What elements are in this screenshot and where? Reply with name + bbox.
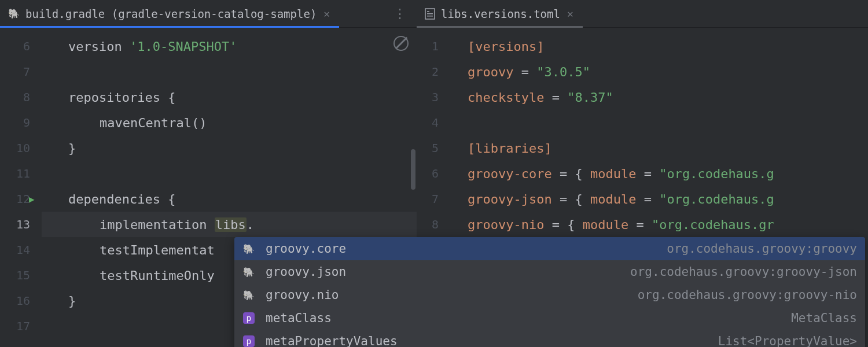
code-token: groovy-core <box>468 167 552 181</box>
gutter-line-number[interactable]: 12▶ <box>0 186 42 212</box>
code-token: implementation <box>100 217 215 232</box>
close-icon[interactable]: ✕ <box>322 8 331 20</box>
run-gutter-icon[interactable]: ▶ <box>29 194 35 205</box>
gutter-line-number[interactable]: 9 <box>0 110 42 135</box>
code-token: groovy <box>468 65 513 79</box>
code-token: = <box>628 217 652 232</box>
gutter-line-number[interactable]: 1 <box>417 34 450 59</box>
gutter-line-number[interactable]: 16 <box>0 288 42 313</box>
autocomplete-label: groovy.nio <box>266 288 339 302</box>
code-token: version <box>68 39 130 54</box>
gutter-line-number[interactable]: 7 <box>417 186 450 212</box>
autocomplete-popup: 🐘groovy.coreorg.codehaus.groovy:groovy🐘g… <box>234 237 865 347</box>
gradle-icon: 🐘 <box>242 243 255 254</box>
autocomplete-item[interactable]: pmetaPropertyValuesList<PropertyValue> <box>234 330 865 347</box>
gutter-line-number[interactable]: 14 <box>0 237 42 263</box>
gutter-line-number[interactable]: 3 <box>417 84 450 110</box>
code-token: "org.codehaus.gr <box>652 217 774 232</box>
svg-rect-1 <box>427 11 429 12</box>
gutter-line-number[interactable]: 2 <box>417 59 450 84</box>
code-token: [libraries] <box>468 141 552 156</box>
code-token: mavenCentral() <box>100 116 207 130</box>
gutter-left[interactable]: 6789101112▶1314151617 <box>0 28 42 347</box>
tab-label: libs.versions.toml <box>441 8 560 20</box>
tabs-row: 🐘 build.gradle (gradle-version-catalog-s… <box>0 0 868 28</box>
code-token: [versions] <box>468 39 544 54</box>
autocomplete-item[interactable]: pmetaClassMetaClass <box>234 307 865 330</box>
gutter-line-number[interactable]: 17 <box>0 313 42 339</box>
code-token: module <box>590 192 636 206</box>
code-token: "8.37" <box>567 90 613 105</box>
code-token-highlighted: libs <box>215 217 247 232</box>
code-token: dependencies { <box>68 192 175 206</box>
autocomplete-label: groovy.core <box>266 242 346 256</box>
code-token: = { <box>552 192 590 206</box>
tab-label: build.gradle (gradle-version-catalog-sam… <box>25 8 317 20</box>
autocomplete-type: org.codehaus.groovy:groovy-json <box>630 265 857 279</box>
code-token: '1.0-SNAPSHOT' <box>130 39 237 54</box>
gutter-line-number[interactable]: 6 <box>0 34 42 59</box>
code-token: testRuntimeOnly <box>100 268 215 283</box>
toml-file-icon <box>425 8 435 20</box>
code-token: = <box>636 167 659 181</box>
code-token: = <box>513 65 536 79</box>
gradle-icon: 🐘 <box>8 8 20 19</box>
code-token: "org.codehaus.g <box>659 192 774 206</box>
tab-overflow-menu[interactable]: ⋮ <box>383 0 417 27</box>
gutter-line-number[interactable]: 8 <box>417 212 450 237</box>
gutter-line-number[interactable]: 11 <box>0 161 42 186</box>
gutter-line-number[interactable]: 7 <box>0 59 42 84</box>
autocomplete-type: org.codehaus.groovy:groovy <box>667 242 857 256</box>
gutter-line-number[interactable]: 6 <box>417 161 450 186</box>
code-token: module <box>583 217 628 232</box>
code-token: module <box>590 167 636 181</box>
code-token: } <box>68 141 76 156</box>
code-token: "org.codehaus.g <box>659 167 774 181</box>
tab-libs-versions-toml[interactable]: libs.versions.toml ✕ <box>417 0 583 27</box>
autocomplete-item[interactable]: 🐘groovy.jsonorg.codehaus.groovy:groovy-j… <box>234 260 865 283</box>
code-token: testImplementat <box>100 243 215 257</box>
svg-rect-2 <box>427 13 433 14</box>
autocomplete-label: groovy.json <box>266 265 346 279</box>
svg-rect-3 <box>427 16 433 17</box>
gradle-icon: 🐘 <box>242 267 255 278</box>
gutter-line-number[interactable]: 10 <box>0 135 42 161</box>
autocomplete-item[interactable]: 🐘groovy.nioorg.codehaus.groovy:groovy-ni… <box>234 283 865 307</box>
autocomplete-type: List<PropertyValue> <box>718 334 857 347</box>
code-token: = <box>544 90 567 105</box>
code-token: = <box>636 192 659 206</box>
gutter-line-number[interactable]: 8 <box>0 84 42 110</box>
gutter-line-number[interactable]: 13 <box>0 212 42 237</box>
gutter-line-number[interactable]: 5 <box>417 135 450 161</box>
code-token: groovy-json <box>468 192 552 206</box>
code-token: = { <box>552 167 590 181</box>
autocomplete-label: metaClass <box>266 311 332 325</box>
close-icon[interactable]: ✕ <box>566 8 575 20</box>
code-token: checkstyle <box>468 90 544 105</box>
property-icon: p <box>242 312 255 324</box>
gutter-line-number[interactable]: 15 <box>0 263 42 288</box>
autocomplete-type: MetaClass <box>791 311 857 325</box>
property-icon: p <box>242 335 255 347</box>
code-token: repositories { <box>68 90 175 105</box>
gutter-line-number[interactable]: 4 <box>417 110 450 135</box>
code-token: groovy-nio <box>468 217 544 232</box>
code-token: "3.0.5" <box>536 65 590 79</box>
autocomplete-type: org.codehaus.groovy:groovy-nio <box>638 288 857 302</box>
code-token: = { <box>544 217 582 232</box>
tab-build-gradle[interactable]: 🐘 build.gradle (gradle-version-catalog-s… <box>0 0 339 27</box>
autocomplete-item[interactable]: 🐘groovy.coreorg.codehaus.groovy:groovy <box>234 237 865 260</box>
code-token: } <box>68 294 76 308</box>
autocomplete-label: metaPropertyValues <box>266 334 398 347</box>
gradle-icon: 🐘 <box>242 290 255 301</box>
code-token: . <box>247 217 254 232</box>
